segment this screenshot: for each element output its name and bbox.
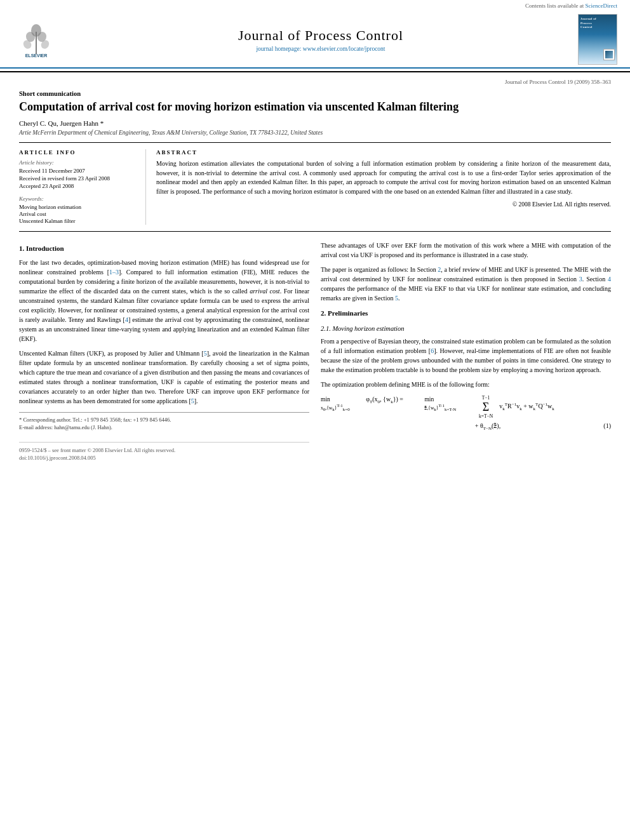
journal-homepage: journal homepage: www.elsevier.com/locat…	[64, 46, 578, 52]
section2-heading: 2. Preliminaries	[321, 308, 611, 319]
formula-phi: φT(x0, {wk}) =	[363, 394, 422, 420]
elsevier-logo-svg: ELSEVIER	[13, 19, 60, 58]
formula-row2-empty	[321, 420, 473, 432]
left-column: 1. Introduction For the last two decades…	[19, 241, 309, 462]
mhe-para-2: The optimization problem defining MHE is…	[321, 380, 611, 389]
abstract-title: ABSTRACT	[156, 149, 611, 156]
accepted-date: Accepted 23 April 2008	[19, 183, 135, 189]
right-para-1: These advantages of UKF over EKF form th…	[321, 241, 611, 260]
issn-text: 0959-1524/$ – see front matter © 2008 El…	[19, 446, 309, 455]
ref-4-link[interactable]: 4	[125, 316, 128, 323]
article-title: Computation of arrival cost for moving h…	[19, 100, 611, 114]
formula-row-2: + θT−N(z̃), (1)	[321, 420, 611, 432]
abstract-block: ABSTRACT Moving horizon estimation allev…	[146, 149, 611, 225]
section1-title: Introduction	[26, 244, 64, 252]
header-divider	[0, 67, 630, 69]
two-column-body: 1. Introduction For the last two decades…	[19, 241, 611, 462]
intro-para-1: For the last two decades, optimization-b…	[19, 258, 309, 343]
authors-text: Cheryl C. Qu, Juergen Hahn *	[19, 119, 104, 127]
intro-para-2: Unscented Kalman filters (UKF), as propo…	[19, 349, 309, 406]
right-column: These advantages of UKF over EKF form th…	[321, 241, 611, 462]
formula-sum: T−1 Σ k=T−N	[473, 394, 497, 420]
keyword-1: Moving horizon estimation	[19, 204, 135, 210]
right-para-2: The paper is organized as follows: In Se…	[321, 265, 611, 303]
journal-title-block: Journal of Process Control journal homep…	[64, 27, 578, 52]
article-type: Short communication	[19, 90, 611, 97]
ref-1-3-link[interactable]: 1–3	[109, 269, 119, 276]
section1-number: 1.	[19, 244, 24, 252]
info-abstract-block: ARTICLE INFO Article history: Received 1…	[19, 142, 611, 232]
subsection2-1-heading: 2.1. Moving horizon estimation	[321, 324, 611, 334]
cover-badge	[603, 49, 615, 60]
formula-subscript-2: z̃,{wk}T-1k=T-N	[424, 403, 472, 413]
formula-number: (1)	[581, 420, 611, 432]
footnote-star: * Corresponding author. Tel.: +1 979 845…	[19, 417, 309, 424]
section1-heading: 1. Introduction	[19, 243, 309, 254]
cover-badge-inner	[605, 51, 613, 58]
mhe-para-1: From a perspective of Bayesian theory, t…	[321, 337, 611, 375]
contents-label: Contents lists available at	[525, 3, 585, 9]
subsection2-1-title: Moving horizon estimation	[332, 325, 404, 332]
subsection2-1-number: 2.1.	[321, 325, 331, 332]
journal-cover: Journal of Process Control	[578, 14, 617, 65]
doi-text: doi:10.1016/j.jprocont.2008.04.005	[19, 454, 309, 462]
formula-min2-op: min	[424, 396, 434, 403]
sciencedirect-link[interactable]: ScienceDirect	[586, 3, 617, 9]
article-body: Journal of Process Control 19 (2009) 358…	[0, 72, 630, 475]
article-info-title: ARTICLE INFO	[19, 149, 135, 156]
elsevier-logo: ELSEVIER	[13, 19, 64, 60]
formula-sigma: Σ	[475, 401, 497, 413]
top-bar: Contents lists available at ScienceDirec…	[0, 0, 630, 10]
ref-5-link[interactable]: 5	[204, 350, 207, 357]
formula-terms: vkTR−1vk + wkTQ−1wk	[497, 394, 581, 420]
homepage-link[interactable]: journal homepage: www.elsevier.com/locat…	[256, 46, 385, 52]
journal-ref: Journal of Process Control 19 (2009) 358…	[19, 79, 611, 85]
received-date-2: Received in revised form 23 April 2008	[19, 175, 135, 182]
ref-5b-link[interactable]: 5	[191, 397, 194, 404]
formula-min-op: min	[321, 396, 330, 403]
article-info: ARTICLE INFO Article history: Received 1…	[19, 149, 146, 225]
footnote-divider: * Corresponding author. Tel.: +1 979 845…	[19, 412, 309, 432]
svg-text:ELSEVIER: ELSEVIER	[25, 53, 48, 58]
sec5-link[interactable]: 5	[395, 295, 398, 302]
received-date-1: Received 11 December 2007	[19, 168, 135, 174]
section2-title: Preliminaries	[328, 309, 368, 317]
page: Contents lists available at ScienceDirec…	[0, 0, 630, 840]
formula-1-table: min x0,{wk}T-1k=0 φT(x0, {wk}) = min z̃,…	[321, 394, 611, 432]
journal-header: Contents lists available at ScienceDirec…	[0, 0, 630, 72]
cover-subtitle2-text: Control	[580, 25, 615, 30]
formula-sum-bottom: k=T−N	[475, 413, 497, 420]
formula-1-block: min x0,{wk}T-1k=0 φT(x0, {wk}) = min z̃,…	[321, 394, 611, 432]
header-main: ELSEVIER Journal of Process Control jour…	[0, 10, 630, 67]
sec3-link[interactable]: 3	[579, 276, 582, 283]
keyword-2: Arrival cost	[19, 211, 135, 217]
journal-title: Journal of Process Control	[64, 27, 578, 44]
history-label: Article history:	[19, 159, 135, 166]
formula-subscript-1: x0,{wk}T-1k=0	[321, 403, 363, 413]
authors: Cheryl C. Qu, Juergen Hahn *	[19, 119, 611, 127]
abstract-text: Moving horizon estimation alleviates the…	[156, 159, 611, 196]
ref-6-link[interactable]: 6	[431, 347, 434, 354]
keyword-3: Unscented Kalman filter	[19, 218, 135, 224]
keywords-label: Keywords:	[19, 196, 135, 202]
formula-row-1: min x0,{wk}T-1k=0 φT(x0, {wk}) = min z̃,…	[321, 394, 611, 420]
formula-min2: min z̃,{wk}T-1k=T-N	[422, 394, 472, 420]
sec4-link[interactable]: 4	[608, 276, 611, 283]
section2-number: 2.	[321, 309, 326, 317]
footnote-email: E-mail address: hahn@tamu.edu (J. Hahn).	[19, 424, 309, 432]
affiliation: Artie McFerrin Department of Chemical En…	[19, 130, 611, 136]
formula-theta-term: + θT−N(z̃),	[473, 420, 582, 432]
formula-cell-min: min x0,{wk}T-1k=0	[321, 394, 363, 420]
sec2-link[interactable]: 2	[438, 266, 441, 273]
copyright-text: © 2008 Elsevier Ltd. All rights reserved…	[156, 201, 611, 208]
bottom-bar: 0959-1524/$ – see front matter © 2008 El…	[19, 442, 309, 463]
